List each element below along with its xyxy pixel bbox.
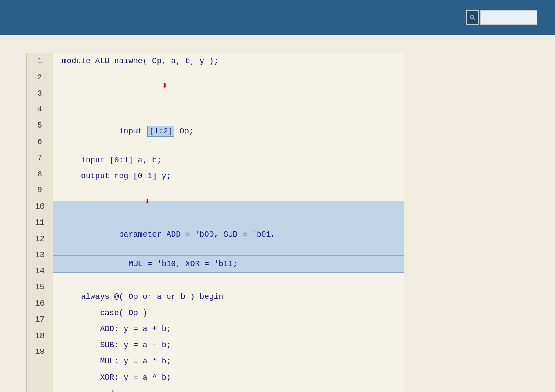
- code-line-14: MUL: y = a * b;: [53, 353, 404, 370]
- line-num-18: 18: [27, 328, 53, 344]
- line-num-3: 3: [27, 86, 53, 102]
- code-line-12: ADD: y = a + b;: [53, 321, 404, 337]
- code-line-8: MUL = 'b10, XOR = 'b11;: [53, 255, 404, 273]
- highlight-range: [1:2]: [147, 126, 174, 137]
- line-num-7: 7: [27, 150, 53, 166]
- header: [0, 0, 555, 35]
- code-line-5: output reg [0:1] y;: [53, 168, 404, 184]
- svg-point-0: [470, 15, 474, 19]
- line-num-14: 14: [27, 263, 53, 279]
- line-num-13: 13: [27, 247, 53, 263]
- code-line-1: module ALU_naiwne( Op, a, b, y );: [53, 53, 404, 69]
- line-num-4: 4: [27, 101, 53, 118]
- code-line-10: always @( Op or a or b ) begin: [53, 289, 404, 305]
- search-bar[interactable]: [466, 10, 537, 25]
- code-line-7: ⬇ parameter ADD = 'b00, SUB = 'b01,: [53, 201, 404, 255]
- code-line-15: XOR: y = a ^ b;: [53, 370, 404, 386]
- line-num-19: 19: [27, 344, 53, 360]
- code-line-11: case( Op ): [53, 305, 404, 321]
- line-num-1: 1: [27, 53, 53, 69]
- line-num-6: 6: [27, 134, 53, 150]
- code-line-3: ⬇ input [1:2] Op;: [53, 86, 404, 152]
- line-numbers: 1 2 3 4 5 6 7 8 9 10 11 12 13 14 15 16 1…: [27, 53, 53, 392]
- code-line-16: endcase: [53, 386, 404, 392]
- line-num-5: 5: [27, 118, 53, 134]
- code-line-9: [53, 273, 404, 289]
- code-line-4: input [0:1] a, b;: [53, 152, 404, 169]
- search-icon: [466, 10, 479, 25]
- line-num-10: 10: [27, 198, 53, 215]
- code-area: module ALU_naiwne( Op, a, b, y ); ⬇ inpu…: [53, 53, 404, 392]
- line-num-17: 17: [27, 312, 53, 328]
- code-rest-line3: Op;: [174, 127, 193, 136]
- arrow-line3: ⬇: [109, 73, 167, 100]
- line-num-8: 8: [27, 166, 53, 183]
- main-content: 1 2 3 4 5 6 7 8 9 10 11 12 13 14 15 16 1…: [0, 35, 555, 392]
- line-num-9: 9: [27, 182, 53, 198]
- line-num-16: 16: [27, 295, 53, 312]
- line-num-2: 2: [27, 69, 53, 86]
- code-keyword-input1: input: [100, 127, 147, 136]
- line-num-11: 11: [27, 215, 53, 231]
- svg-line-1: [473, 18, 475, 20]
- code-line-13: SUB: y = a - b;: [53, 337, 404, 353]
- arrow-line7: ⬇: [92, 189, 150, 215]
- line-num-12: 12: [27, 231, 53, 247]
- code-container: 1 2 3 4 5 6 7 8 9 10 11 12 13 14 15 16 1…: [26, 53, 404, 392]
- code-line-2: [53, 69, 404, 86]
- code-param-line7: parameter ADD = 'b00, SUB = 'b01,: [100, 230, 276, 239]
- line-num-15: 15: [27, 279, 53, 295]
- search-input[interactable]: [480, 10, 537, 25]
